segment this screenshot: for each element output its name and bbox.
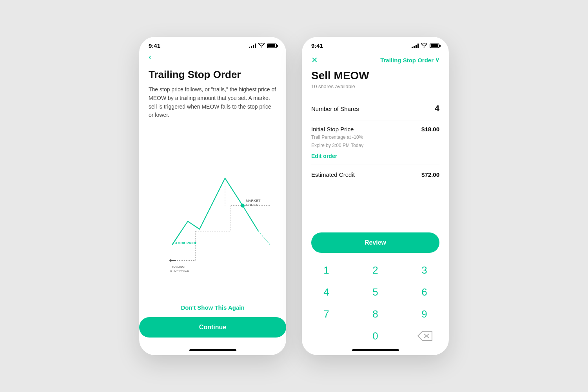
initial-stop-top: Initial Stop Price Trail Percentage at -… xyxy=(311,126,439,149)
numpad-key-9[interactable]: 9 xyxy=(400,303,449,325)
screen2-header: ✕ Trailing Stop Order ∨ xyxy=(302,52,449,69)
home-indicator-1 xyxy=(189,349,236,351)
time-display-1: 9:41 xyxy=(149,42,160,49)
numpad-backspace-button[interactable] xyxy=(400,325,449,347)
market-order-label: MARKET xyxy=(246,198,261,202)
initial-stop-row: Initial Stop Price Trail Percentage at -… xyxy=(311,120,439,165)
time-display-2: 9:41 xyxy=(311,42,323,49)
numpad-key-3[interactable]: 3 xyxy=(400,259,449,281)
trailing-stop-label1: TRAILING xyxy=(170,265,185,268)
numpad-key-1[interactable]: 1 xyxy=(302,259,351,281)
numpad-key-2[interactable]: 2 xyxy=(351,259,400,281)
screen1-footer: Don't Show This Again Continue xyxy=(139,304,286,347)
battery-icon-1 xyxy=(267,44,277,48)
status-icons-2 xyxy=(412,43,439,49)
initial-stop-value: $18.00 xyxy=(421,126,439,132)
screen1-title: Trailing Stop Order xyxy=(149,69,277,81)
status-icons-1 xyxy=(249,43,277,49)
numpad-key-5[interactable]: 5 xyxy=(351,281,400,303)
stock-price-label: STOCK PRICE xyxy=(173,241,197,245)
chart-svg: STOCK PRICE MARKET ORDER TRAILING STOP P… xyxy=(149,126,277,301)
close-button[interactable]: ✕ xyxy=(311,55,318,65)
numpad-key-empty xyxy=(302,325,351,347)
sell-title: Sell MEOW xyxy=(311,69,439,82)
screen2-body: Sell MEOW 10 shares available Number of … xyxy=(302,69,449,232)
wifi-icon-1 xyxy=(258,43,265,49)
dont-show-button[interactable]: Don't Show This Again xyxy=(181,304,244,311)
home-indicator-2 xyxy=(352,349,399,351)
back-button[interactable]: ‹ xyxy=(149,52,158,62)
initial-stop-label: Initial Stop Price xyxy=(311,126,363,132)
screen2-phone: 9:41 xyxy=(302,37,449,355)
estimated-credit-row: Estimated Credit $72.00 xyxy=(311,165,439,184)
shares-row: Number of Shares 4 xyxy=(311,97,439,120)
screen1-content: ‹ Trailing Stop Order The stop price fol… xyxy=(139,52,286,304)
review-button-container: Review xyxy=(302,232,449,259)
numpad-key-7[interactable]: 7 xyxy=(302,303,351,325)
screen1-description: The stop price follows, or "trails," the… xyxy=(149,85,277,120)
status-bar-1: 9:41 xyxy=(139,37,286,52)
numpad-key-6[interactable]: 6 xyxy=(400,281,449,303)
review-button[interactable]: Review xyxy=(311,232,439,253)
numpad-key-8[interactable]: 8 xyxy=(351,303,400,325)
battery-icon-2 xyxy=(430,44,439,48)
shares-value: 4 xyxy=(435,103,439,114)
backspace-icon xyxy=(416,330,433,341)
estimated-credit-label: Estimated Credit xyxy=(311,171,355,178)
numpad-key-4[interactable]: 4 xyxy=(302,281,351,303)
chevron-down-icon: ∨ xyxy=(435,56,439,64)
signal-icon-1 xyxy=(249,44,256,48)
edit-order-button[interactable]: Edit order xyxy=(311,153,439,159)
chart-area: STOCK PRICE MARKET ORDER TRAILING STOP P… xyxy=(149,126,277,301)
estimated-credit-value: $72.00 xyxy=(421,171,439,178)
svg-point-7 xyxy=(241,203,245,207)
order-type-label: Trailing Stop Order xyxy=(380,57,434,64)
market-order-label2: ORDER xyxy=(246,203,259,207)
signal-icon-2 xyxy=(412,44,419,48)
initial-stop-info: Initial Stop Price Trail Percentage at -… xyxy=(311,126,363,149)
status-bar-2: 9:41 xyxy=(302,37,449,52)
trail-percentage: Trail Percentage at -10% xyxy=(311,134,363,141)
numpad-key-0[interactable]: 0 xyxy=(351,325,400,347)
shares-label: Number of Shares xyxy=(311,105,359,112)
wifi-icon-2 xyxy=(421,43,427,49)
shares-available: 10 shares available xyxy=(311,83,439,89)
trailing-stop-label2: STOP PRICE xyxy=(170,269,189,272)
screen1-phone: 9:41 xyxy=(139,37,286,355)
continue-button[interactable]: Continue xyxy=(139,317,286,338)
order-type-selector[interactable]: Trailing Stop Order ∨ xyxy=(380,56,439,64)
numpad: 1 2 3 4 5 6 7 8 9 0 xyxy=(302,259,449,347)
expire-label: Expire by 3:00 PM Today xyxy=(311,142,363,149)
